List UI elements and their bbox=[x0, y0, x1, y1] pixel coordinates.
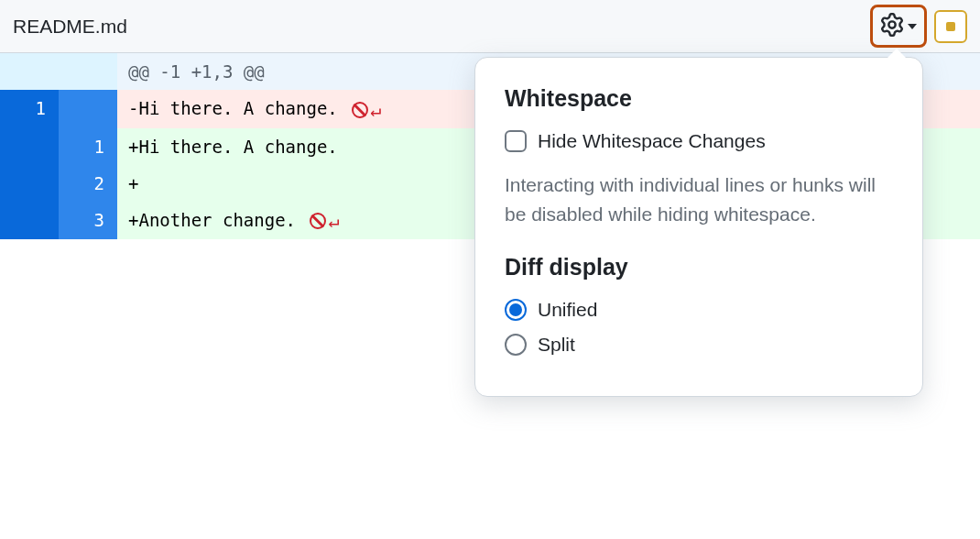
whitespace-heading: Whitespace bbox=[505, 85, 893, 112]
split-option[interactable]: Split bbox=[505, 334, 893, 356]
diff-display-heading: Diff display bbox=[505, 254, 893, 280]
line-text: Another change. bbox=[138, 210, 306, 230]
line-text: Hi there. A change. bbox=[138, 137, 337, 157]
gutter: 1 bbox=[0, 128, 117, 165]
line-prefix: + bbox=[128, 173, 138, 193]
gutter-new bbox=[59, 90, 117, 128]
line-text: Hi there. A change. bbox=[138, 98, 348, 118]
split-label: Split bbox=[538, 334, 575, 356]
gutter bbox=[0, 53, 117, 90]
no-newline-icon bbox=[352, 102, 368, 118]
diff-settings-button[interactable] bbox=[870, 5, 927, 48]
gutter-new: 1 bbox=[59, 128, 117, 165]
carriage-return-icon: ↵ bbox=[370, 99, 381, 121]
gutter-old: 1 bbox=[0, 90, 59, 128]
unified-radio[interactable] bbox=[505, 299, 527, 321]
line-prefix: + bbox=[128, 137, 138, 157]
diff-settings-dropdown: Whitespace Hide Whitespace Changes Inter… bbox=[474, 57, 923, 397]
gear-icon bbox=[880, 13, 904, 39]
carriage-return-icon: ↵ bbox=[328, 210, 339, 232]
gutter: 2 bbox=[0, 165, 117, 202]
chevron-down-icon bbox=[908, 24, 917, 29]
line-prefix: + bbox=[128, 210, 138, 230]
file-header: README.md bbox=[0, 0, 980, 53]
unified-label: Unified bbox=[538, 299, 597, 321]
whitespace-description: Interacting with individual lines or hun… bbox=[505, 170, 893, 228]
gutter-old bbox=[0, 202, 59, 240]
hide-whitespace-checkbox[interactable] bbox=[505, 130, 527, 152]
gutter: 1 bbox=[0, 90, 117, 128]
gutter-new bbox=[59, 53, 117, 90]
unified-option[interactable]: Unified bbox=[505, 299, 893, 321]
gutter-old bbox=[0, 53, 59, 90]
file-name: README.md bbox=[13, 16, 127, 38]
dot-icon bbox=[946, 22, 955, 31]
gutter-new: 2 bbox=[59, 165, 117, 202]
gutter-new: 3 bbox=[59, 202, 117, 240]
line-prefix: - bbox=[128, 98, 138, 118]
header-actions bbox=[870, 5, 967, 48]
gutter: 3 bbox=[0, 202, 117, 240]
hide-whitespace-label: Hide Whitespace Changes bbox=[538, 130, 766, 152]
split-radio[interactable] bbox=[505, 334, 527, 356]
gutter-old bbox=[0, 165, 59, 202]
no-newline-icon bbox=[310, 213, 326, 229]
hide-whitespace-option[interactable]: Hide Whitespace Changes bbox=[505, 130, 893, 152]
gutter-old bbox=[0, 128, 59, 165]
highlight-marker-button[interactable] bbox=[934, 10, 967, 43]
